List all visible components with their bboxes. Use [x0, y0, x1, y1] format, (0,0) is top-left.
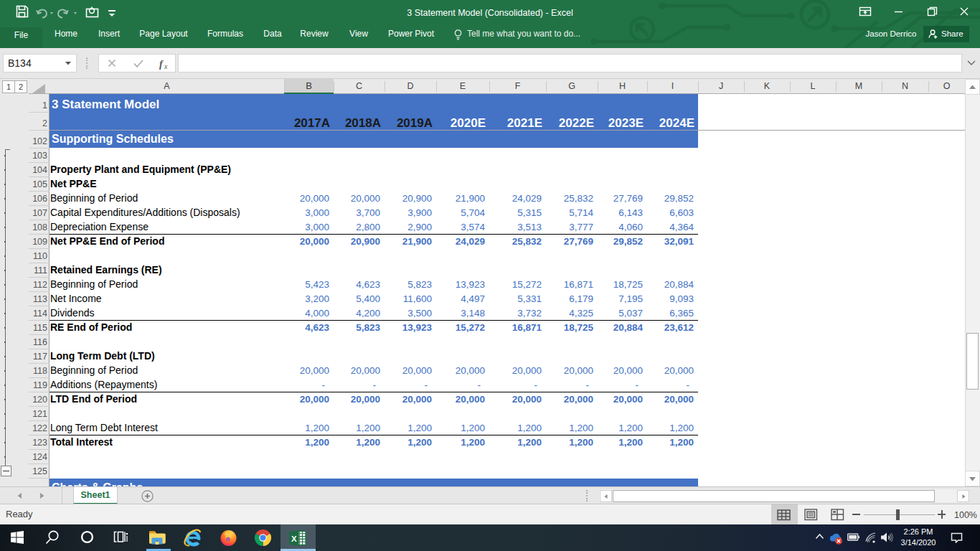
- svg-text:X: X: [291, 534, 297, 543]
- svg-text:x: x: [164, 62, 168, 70]
- svg-text:f: f: [159, 59, 164, 70]
